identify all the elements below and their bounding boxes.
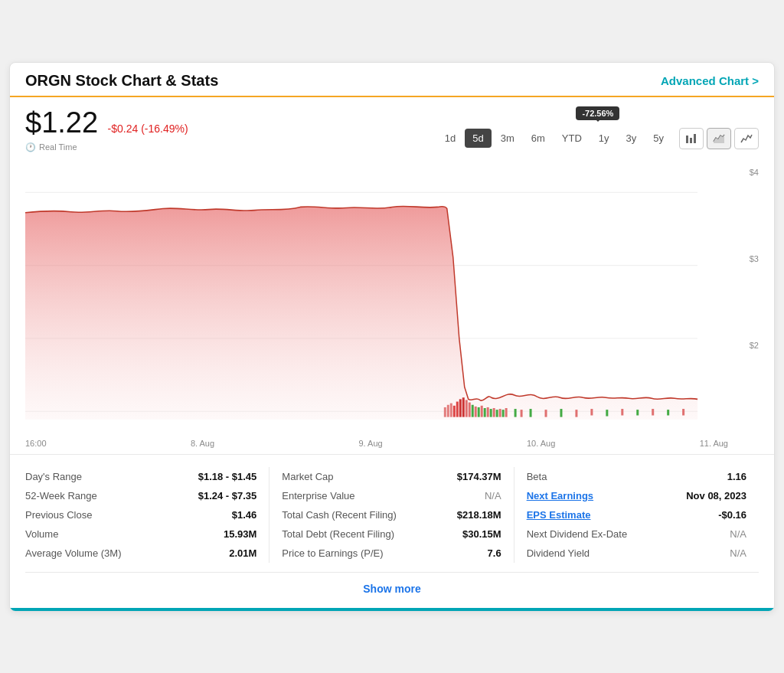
- price-section: $1.22 -$0.24 (-16.49%) 🕐 Real Time: [25, 106, 188, 152]
- svg-rect-33: [560, 409, 562, 417]
- time-btn-3y[interactable]: 3y: [619, 129, 645, 148]
- stat-label: Previous Close: [25, 509, 92, 521]
- svg-rect-13: [459, 399, 462, 417]
- svg-rect-27: [502, 410, 505, 417]
- y-label-4: $4: [728, 168, 759, 177]
- realtime-label: Real Time: [39, 142, 77, 152]
- svg-rect-20: [481, 405, 483, 417]
- y-axis-labels: $4 $3 $2: [728, 160, 759, 436]
- stat-eps: EPS Estimate -$0.16: [527, 505, 746, 524]
- time-btn-1y[interactable]: 1y: [591, 129, 617, 148]
- stat-value: $1.18 - $1.45: [198, 471, 257, 482]
- chart-type-buttons: [679, 128, 759, 149]
- x-label-1600: 16:00: [25, 439, 47, 448]
- svg-rect-40: [667, 410, 669, 415]
- svg-rect-17: [472, 404, 474, 417]
- stat-label: 52-Week Range: [25, 490, 97, 501]
- svg-rect-37: [621, 409, 623, 415]
- svg-rect-11: [453, 405, 456, 417]
- svg-rect-36: [606, 410, 608, 416]
- stat-value: -$0.16: [718, 509, 746, 521]
- bottom-accent-bar: [10, 608, 774, 611]
- time-btn-5d[interactable]: 5d: [465, 129, 491, 148]
- svg-rect-14: [462, 397, 465, 417]
- time-period-buttons: 1d 5d 3m 6m YTD 1y 3y 5y: [437, 128, 759, 149]
- svg-rect-12: [456, 401, 459, 417]
- stat-value: $30.15M: [462, 528, 501, 540]
- y-label-2: $2: [728, 341, 759, 350]
- area-chart-type-btn[interactable]: [707, 128, 731, 149]
- svg-rect-26: [499, 409, 501, 417]
- time-btn-6m[interactable]: 6m: [524, 129, 553, 148]
- svg-rect-41: [682, 409, 684, 415]
- stat-value: $1.24 - $7.35: [198, 490, 257, 501]
- show-more-button[interactable]: Show more: [363, 583, 420, 595]
- stock-chart-svg: [25, 160, 728, 436]
- stat-market-cap: Market Cap $174.37M: [282, 467, 501, 486]
- stat-label: Price to Earnings (P/E): [282, 547, 383, 559]
- stat-prev-close: Previous Close $1.46: [25, 505, 256, 524]
- stat-value: $218.18M: [457, 509, 501, 521]
- stat-label: Day's Range: [25, 471, 82, 482]
- y-label-3: $3: [728, 254, 759, 263]
- stats-col-1: Day's Range $1.18 - $1.45 52-Week Range …: [25, 467, 270, 563]
- stat-value: 7.6: [488, 547, 501, 559]
- svg-rect-18: [475, 406, 477, 417]
- svg-rect-9: [447, 404, 449, 417]
- svg-rect-39: [652, 409, 654, 415]
- stat-label: Volume: [25, 528, 58, 540]
- stat-label: Next Dividend Ex-Date: [527, 528, 628, 540]
- chart-area: $4 $3 $2: [25, 160, 759, 436]
- time-btn-1d[interactable]: 1d: [437, 129, 463, 148]
- svg-rect-10: [450, 403, 452, 417]
- stat-label: Enterprise Value: [282, 490, 354, 501]
- eps-estimate-link[interactable]: EPS Estimate: [527, 509, 591, 521]
- advanced-chart-link[interactable]: Advanced Chart >: [661, 74, 759, 87]
- svg-rect-28: [505, 408, 508, 417]
- stat-days-range: Day's Range $1.18 - $1.45: [25, 467, 256, 486]
- time-btn-ytd[interactable]: YTD: [554, 129, 590, 148]
- svg-rect-15: [466, 400, 468, 417]
- svg-rect-35: [590, 409, 593, 415]
- bar-chart-type-btn[interactable]: [679, 128, 704, 149]
- time-btn-3m[interactable]: 3m: [493, 129, 522, 148]
- stat-value: $1.46: [232, 509, 257, 521]
- stat-value: N/A: [730, 528, 746, 540]
- time-btn-5y[interactable]: 5y: [645, 129, 671, 148]
- svg-rect-22: [487, 407, 489, 417]
- card-header: ORGN Stock Chart & Stats Advanced Chart …: [10, 63, 774, 97]
- svg-rect-34: [575, 410, 577, 417]
- stat-enterprise-value: Enterprise Value N/A: [282, 486, 501, 505]
- stat-label: Dividend Yield: [527, 547, 590, 559]
- svg-rect-24: [493, 408, 495, 417]
- svg-rect-30: [521, 410, 523, 417]
- stat-div-yield: Dividend Yield N/A: [527, 544, 746, 563]
- stat-next-earnings: Next Earnings Nov 08, 2023: [527, 486, 746, 505]
- svg-rect-19: [478, 407, 480, 417]
- svg-rect-21: [484, 408, 486, 417]
- stats-section: Day's Range $1.18 - $1.45 52-Week Range …: [10, 455, 774, 572]
- realtime-indicator: 🕐 Real Time: [25, 142, 188, 152]
- stat-total-cash: Total Cash (Recent Filing) $218.18M: [282, 505, 501, 524]
- x-label-10aug: 10. Aug: [527, 439, 555, 448]
- svg-rect-0: [686, 136, 688, 143]
- price-change: -$0.24 (-16.49%): [108, 123, 188, 135]
- svg-rect-16: [469, 402, 471, 417]
- line-chart-type-btn[interactable]: [734, 128, 759, 149]
- stat-label: Total Cash (Recent Filing): [282, 509, 397, 521]
- svg-rect-23: [490, 409, 492, 417]
- price-value: $1.22: [25, 106, 98, 139]
- chart-controls: -72.56% 1d 5d 3m 6m YTD 1y 3y 5y: [437, 106, 759, 149]
- price-controls: $1.22 -$0.24 (-16.49%) 🕐 Real Time -72.5…: [10, 97, 774, 152]
- stat-avg-volume: Average Volume (3M) 2.01M: [25, 544, 256, 563]
- stat-value: Nov 08, 2023: [686, 490, 746, 501]
- svg-rect-2: [694, 134, 696, 143]
- stat-value: $174.37M: [457, 471, 501, 482]
- stat-value: 1.16: [727, 471, 746, 482]
- stock-card: ORGN Stock Chart & Stats Advanced Chart …: [9, 62, 775, 612]
- stat-label: Beta: [527, 471, 547, 482]
- svg-rect-32: [545, 410, 547, 417]
- next-earnings-link[interactable]: Next Earnings: [527, 490, 593, 501]
- stat-label: Market Cap: [282, 471, 333, 482]
- svg-rect-31: [530, 409, 532, 417]
